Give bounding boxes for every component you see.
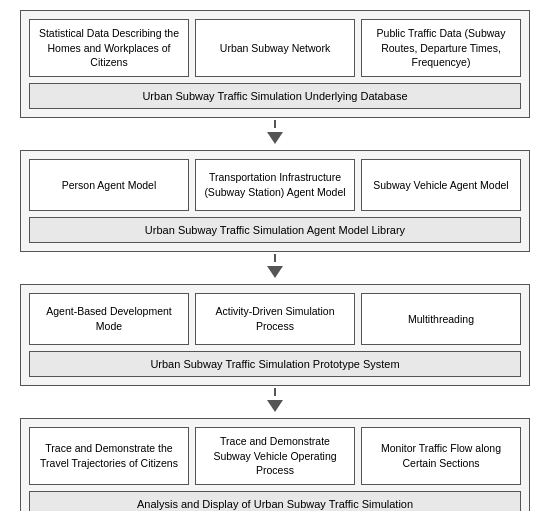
inner-box-agent-model-1: Transportation Infrastructure (Subway St… [195,159,355,211]
top-row-database: Statistical Data Describing the Homes an… [29,19,521,77]
inner-box-analysis-2: Monitor Traffic Flow along Certain Secti… [361,427,521,485]
inner-box-database-2: Public Traffic Data (Subway Routes, Depa… [361,19,521,77]
inner-box-agent-model-2: Subway Vehicle Agent Model [361,159,521,211]
inner-box-prototype-0: Agent-Based Development Mode [29,293,189,345]
bottom-bar-analysis: Analysis and Display of Urban Subway Tra… [29,491,521,511]
section-prototype: Agent-Based Development ModeActivity-Dri… [20,284,530,386]
top-row-agent-model: Person Agent ModelTransportation Infrast… [29,159,521,211]
inner-box-database-1: Urban Subway Network [195,19,355,77]
inner-box-prototype-1: Activity-Driven Simulation Process [195,293,355,345]
arrow-1 [267,254,283,282]
arrow-0 [267,120,283,148]
inner-box-agent-model-0: Person Agent Model [29,159,189,211]
inner-box-database-0: Statistical Data Describing the Homes an… [29,19,189,77]
arrow-stem-0 [274,120,276,128]
arrow-stem-2 [274,388,276,396]
arrow-2 [267,388,283,416]
bottom-bar-agent-model: Urban Subway Traffic Simulation Agent Mo… [29,217,521,243]
bottom-bar-prototype: Urban Subway Traffic Simulation Prototyp… [29,351,521,377]
arrow-stem-1 [274,254,276,262]
top-row-analysis: Trace and Demonstrate the Travel Traject… [29,427,521,485]
section-analysis: Trace and Demonstrate the Travel Traject… [20,418,530,511]
top-row-prototype: Agent-Based Development ModeActivity-Dri… [29,293,521,345]
arrow-head-2 [267,400,283,412]
arrow-head-1 [267,266,283,278]
section-agent-model: Person Agent ModelTransportation Infrast… [20,150,530,252]
section-database: Statistical Data Describing the Homes an… [20,10,530,118]
bottom-bar-database: Urban Subway Traffic Simulation Underlyi… [29,83,521,109]
inner-box-analysis-1: Trace and Demonstrate Subway Vehicle Ope… [195,427,355,485]
arrow-head-0 [267,132,283,144]
inner-box-prototype-2: Multithreading [361,293,521,345]
inner-box-analysis-0: Trace and Demonstrate the Travel Traject… [29,427,189,485]
diagram: Statistical Data Describing the Homes an… [10,10,540,511]
